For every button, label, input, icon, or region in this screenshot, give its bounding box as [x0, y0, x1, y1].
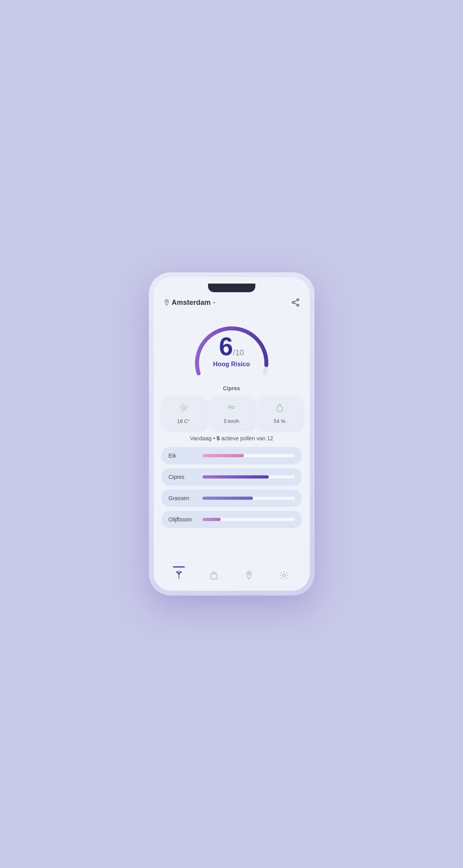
- pollen-summary-suffix: actieve pollen van 12: [220, 435, 273, 441]
- svg-line-5: [294, 303, 297, 305]
- svg-point-26: [181, 571, 182, 572]
- location-label: Amsterdam: [172, 299, 211, 307]
- wind-icon: [227, 402, 237, 415]
- pollen-count: 5: [217, 435, 220, 441]
- temperature-value: 18 C°: [177, 418, 190, 424]
- nav-item-location[interactable]: [238, 567, 260, 584]
- pollen-list: Eik Cipres Grassen: [162, 447, 302, 528]
- pollen-name-grassen: Grassen: [169, 495, 197, 501]
- gauge-denominator: /10: [233, 348, 244, 357]
- svg-point-23: [177, 571, 178, 572]
- humidity-icon: [275, 402, 285, 415]
- bar-fill-grassen: [203, 497, 253, 500]
- settings-icon: [279, 570, 289, 581]
- main-content: Amsterdam ▾: [154, 295, 310, 562]
- status-bar: [154, 277, 310, 295]
- pollen-item-eik[interactable]: Eik: [162, 447, 302, 464]
- pollen-item-grassen[interactable]: Grassen: [162, 490, 302, 507]
- svg-point-29: [283, 574, 285, 577]
- bar-track-eik: [203, 454, 295, 457]
- chevron-down-icon: ▾: [213, 300, 215, 305]
- phone-frame: Amsterdam ▾: [149, 273, 314, 595]
- pollen-item-olijfboom[interactable]: Olijfboom: [162, 511, 302, 528]
- svg-point-28: [248, 573, 250, 575]
- header: Amsterdam ▾: [162, 298, 302, 307]
- svg-line-4: [294, 300, 297, 302]
- wind-value: 5 km/h: [224, 418, 239, 424]
- nav-item-settings[interactable]: [273, 567, 296, 584]
- weather-card-humidity: 54 %: [258, 397, 302, 430]
- bar-track-grassen: [203, 497, 295, 500]
- location-area[interactable]: Amsterdam ▾: [163, 299, 215, 307]
- gauge-score: 6: [219, 334, 233, 359]
- location-pin-icon: [163, 299, 170, 306]
- gauge-text: 6 /10 Hoog Risico: [213, 334, 250, 368]
- pollen-name-cipres: Cipres: [169, 474, 197, 480]
- svg-line-12: [186, 410, 186, 411]
- pollen-item-cipres[interactable]: Cipres: [162, 468, 302, 486]
- svg-line-14: [186, 404, 186, 405]
- pollen-summary: Vandaag • 5 actieve pollen van 12: [162, 435, 302, 441]
- weather-card-temp: 18 C°: [162, 397, 206, 430]
- phone-screen: Amsterdam ▾: [154, 277, 310, 591]
- weather-card-wind: 5 km/h: [210, 397, 254, 430]
- sun-icon: [179, 402, 189, 415]
- gauge-container: 6 /10 Hoog Risico: [188, 313, 275, 384]
- pollen-name-eik: Eik: [169, 453, 197, 459]
- bar-fill-olijfboom: [203, 518, 221, 521]
- pollen-name-olijfboom: Olijfboom: [169, 516, 197, 523]
- svg-point-3: [297, 304, 299, 306]
- gauge-section: 6 /10 Hoog Risico Cipres: [162, 313, 302, 391]
- bottom-nav: [154, 562, 310, 591]
- bag-icon: [209, 570, 219, 581]
- gauge-plant-label: Cipres: [223, 385, 240, 391]
- share-icon[interactable]: [291, 298, 300, 307]
- svg-point-0: [166, 300, 167, 302]
- bar-fill-eik: [203, 454, 244, 457]
- nav-item-home[interactable]: [167, 567, 190, 584]
- svg-line-13: [180, 410, 181, 411]
- bar-fill-cipres: [203, 475, 269, 479]
- gauge-risk-label: Hoog Risico: [213, 361, 250, 368]
- notch: [208, 284, 255, 292]
- humidity-value: 54 %: [274, 418, 286, 424]
- map-pin-icon: [244, 570, 254, 581]
- svg-line-11: [180, 404, 181, 405]
- svg-point-2: [292, 302, 294, 304]
- bar-track-olijfboom: [203, 518, 295, 521]
- svg-rect-27: [211, 574, 217, 579]
- nav-item-shop[interactable]: [203, 567, 225, 584]
- bar-track-cipres: [203, 475, 295, 479]
- weather-cards: 18 C° 5 km/h: [162, 397, 302, 430]
- svg-point-1: [297, 299, 299, 301]
- svg-point-6: [182, 406, 185, 410]
- svg-point-24: [179, 571, 179, 571]
- dandelion-icon: [174, 570, 184, 581]
- pollen-summary-prefix: Vandaag •: [190, 435, 217, 441]
